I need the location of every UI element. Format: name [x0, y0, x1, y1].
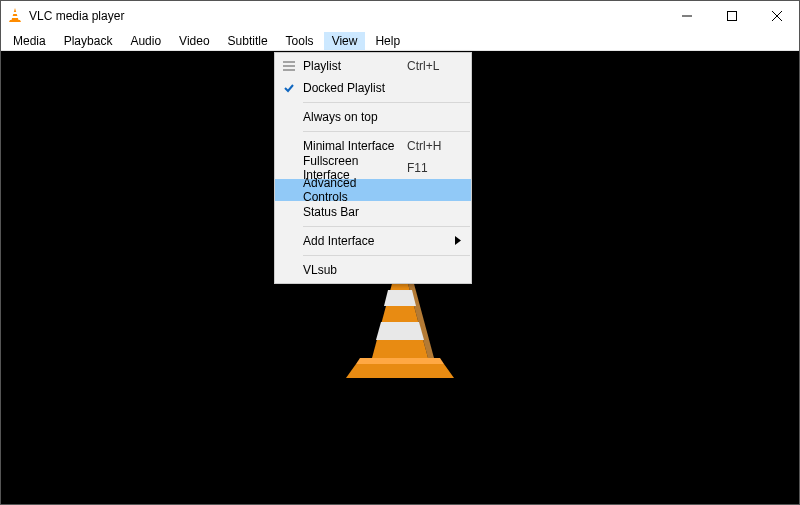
- menu-item-label: Playlist: [303, 59, 399, 73]
- menu-item-label: Minimal Interface: [303, 139, 399, 153]
- menu-video[interactable]: Video: [171, 32, 217, 50]
- window-controls: [664, 1, 799, 31]
- menu-item-label: Status Bar: [303, 205, 399, 219]
- view-dropdown: Playlist Ctrl+L Docked Playlist Always o…: [274, 52, 472, 284]
- menu-playback[interactable]: Playback: [56, 32, 121, 50]
- svg-marker-19: [455, 236, 461, 245]
- menu-item-accelerator: Ctrl+H: [399, 139, 443, 153]
- svg-marker-14: [376, 322, 424, 340]
- menu-item-label: VLsub: [303, 263, 399, 277]
- menu-item-accelerator: Ctrl+L: [399, 59, 443, 73]
- menu-item-accelerator: F11: [399, 161, 443, 175]
- vlc-cone-icon: [7, 7, 23, 26]
- menubar: Media Playback Audio Video Subtitle Tool…: [1, 31, 799, 51]
- playlist-icon: [275, 60, 303, 72]
- menu-item-advanced-controls[interactable]: Advanced Controls: [275, 179, 471, 201]
- menu-separator: [303, 226, 470, 227]
- titlebar-left: VLC media player: [7, 7, 124, 26]
- menu-item-label: Advanced Controls: [303, 176, 399, 204]
- menu-item-playlist[interactable]: Playlist Ctrl+L: [275, 55, 471, 77]
- menu-item-label: Add Interface: [303, 234, 443, 248]
- menu-tools[interactable]: Tools: [278, 32, 322, 50]
- check-icon: [275, 82, 303, 94]
- menu-separator: [303, 102, 470, 103]
- svg-rect-2: [12, 16, 18, 18]
- titlebar: VLC media player: [1, 1, 799, 31]
- submenu-arrow-icon: [455, 234, 461, 248]
- menu-item-label: Docked Playlist: [303, 81, 399, 95]
- svg-marker-3: [9, 20, 21, 22]
- menu-item-add-interface[interactable]: Add Interface: [275, 230, 471, 252]
- menu-view[interactable]: View: [324, 32, 366, 50]
- svg-rect-5: [727, 12, 736, 21]
- menu-item-docked-playlist[interactable]: Docked Playlist: [275, 77, 471, 99]
- app-window: VLC media player Media Playback Audio Vi…: [0, 0, 800, 505]
- window-title: VLC media player: [29, 9, 124, 23]
- menu-separator: [303, 255, 470, 256]
- menu-help[interactable]: Help: [367, 32, 408, 50]
- menu-subtitle[interactable]: Subtitle: [220, 32, 276, 50]
- svg-rect-1: [13, 12, 18, 14]
- menu-separator: [303, 131, 470, 132]
- svg-marker-10: [356, 358, 444, 364]
- menu-media[interactable]: Media: [5, 32, 54, 50]
- svg-marker-13: [384, 290, 416, 306]
- maximize-button[interactable]: [709, 1, 754, 31]
- menu-item-label: Always on top: [303, 110, 399, 124]
- menu-item-vlsub[interactable]: VLsub: [275, 259, 471, 281]
- minimize-button[interactable]: [664, 1, 709, 31]
- svg-marker-9: [346, 364, 454, 378]
- close-button[interactable]: [754, 1, 799, 31]
- menu-audio[interactable]: Audio: [122, 32, 169, 50]
- menu-item-always-on-top[interactable]: Always on top: [275, 106, 471, 128]
- menu-item-status-bar[interactable]: Status Bar: [275, 201, 471, 223]
